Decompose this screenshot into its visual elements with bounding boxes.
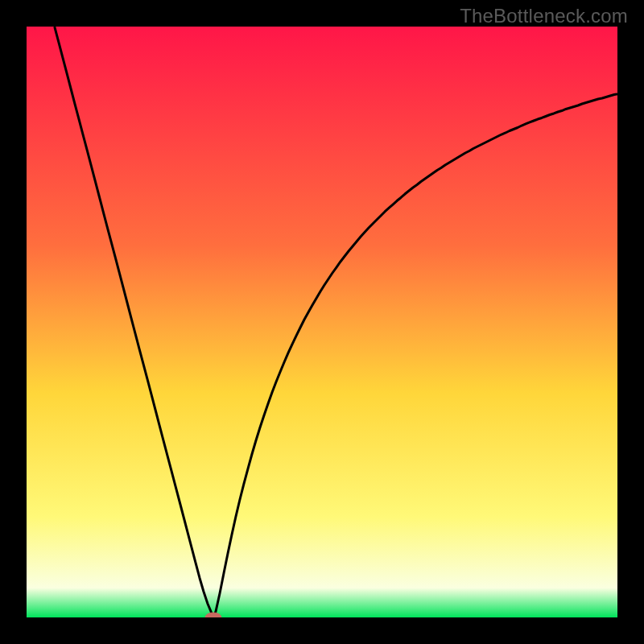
chart-frame: TheBottleneck.com <box>0 0 644 644</box>
bottleneck-chart <box>27 27 617 617</box>
plot-area <box>27 27 617 617</box>
watermark-label: TheBottleneck.com <box>460 5 628 27</box>
gradient-background <box>27 27 617 617</box>
